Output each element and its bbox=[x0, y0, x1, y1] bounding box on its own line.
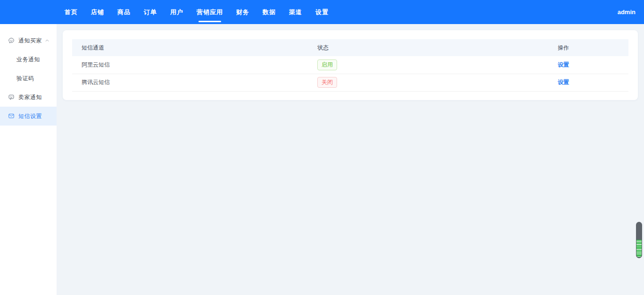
nav-item-finance[interactable]: 财务 bbox=[230, 0, 256, 24]
sidebar-item-label: 卖家通知 bbox=[18, 93, 42, 101]
sidebar: 通知买家 业务通知 验证码 卖家通知 bbox=[0, 24, 57, 295]
sidebar-subitem-business-notice[interactable]: 业务通知 bbox=[0, 50, 57, 69]
chat-face-icon bbox=[8, 94, 15, 101]
main-nav-menu: 首页 店铺 商品 订单 用户 营销应用 财务 数据 渠道 设置 bbox=[58, 0, 335, 24]
status-badge-enabled: 启用 bbox=[317, 59, 337, 70]
mail-icon bbox=[8, 113, 15, 119]
column-header-status: 状态 bbox=[308, 39, 548, 56]
nav-item-data[interactable]: 数据 bbox=[256, 0, 282, 24]
nav-item-goods[interactable]: 商品 bbox=[111, 0, 137, 24]
settings-link[interactable]: 设置 bbox=[558, 79, 569, 85]
nav-item-home[interactable]: 首页 bbox=[58, 0, 84, 24]
sms-channel-table: 短信通道 状态 操作 阿里云短信 启用 设置 腾讯云短信 bbox=[72, 39, 628, 92]
sidebar-item-seller-notice[interactable]: 卖家通知 bbox=[0, 88, 57, 107]
settings-link[interactable]: 设置 bbox=[558, 61, 569, 68]
table-header-row: 短信通道 状态 操作 bbox=[72, 39, 628, 56]
nav-item-channel[interactable]: 渠道 bbox=[282, 0, 309, 24]
nav-item-orders[interactable]: 订单 bbox=[137, 0, 164, 24]
main-content: 短信通道 状态 操作 阿里云短信 启用 设置 腾讯云短信 bbox=[57, 24, 644, 295]
scrollbar-stripe-indicator bbox=[636, 240, 642, 257]
top-navbar: 首页 店铺 商品 订单 用户 营销应用 财务 数据 渠道 设置 admin bbox=[0, 0, 644, 24]
channel-name: 阿里云短信 bbox=[72, 56, 308, 74]
sidebar-item-label: 验证码 bbox=[17, 75, 34, 83]
sidebar-item-label: 通知买家 bbox=[18, 37, 42, 45]
sms-channel-card: 短信通道 状态 操作 阿里云短信 启用 设置 腾讯云短信 bbox=[63, 30, 638, 100]
nav-item-shop[interactable]: 店铺 bbox=[84, 0, 111, 24]
sidebar-item-label: 业务通知 bbox=[17, 56, 40, 64]
nav-item-users[interactable]: 用户 bbox=[164, 0, 190, 24]
column-header-action: 操作 bbox=[548, 39, 628, 56]
channel-name: 腾讯云短信 bbox=[72, 74, 308, 91]
nav-item-settings[interactable]: 设置 bbox=[309, 0, 335, 24]
table-row: 腾讯云短信 关闭 设置 bbox=[72, 74, 628, 91]
column-header-channel: 短信通道 bbox=[72, 39, 308, 56]
sidebar-item-sms-settings[interactable]: 短信设置 bbox=[0, 107, 57, 126]
chat-smiley-icon bbox=[8, 37, 15, 44]
user-account-label[interactable]: admin bbox=[618, 0, 636, 24]
sidebar-item-label: 短信设置 bbox=[18, 112, 42, 120]
table-row: 阿里云短信 启用 设置 bbox=[72, 56, 628, 74]
nav-item-marketing[interactable]: 营销应用 bbox=[190, 0, 230, 24]
sidebar-subitem-verification-code[interactable]: 验证码 bbox=[0, 69, 57, 88]
status-badge-disabled: 关闭 bbox=[317, 77, 337, 88]
scrollbar-thumb[interactable] bbox=[636, 222, 642, 258]
sidebar-item-notify-buyers[interactable]: 通知买家 bbox=[0, 31, 57, 50]
chevron-up-icon[interactable] bbox=[45, 38, 50, 43]
